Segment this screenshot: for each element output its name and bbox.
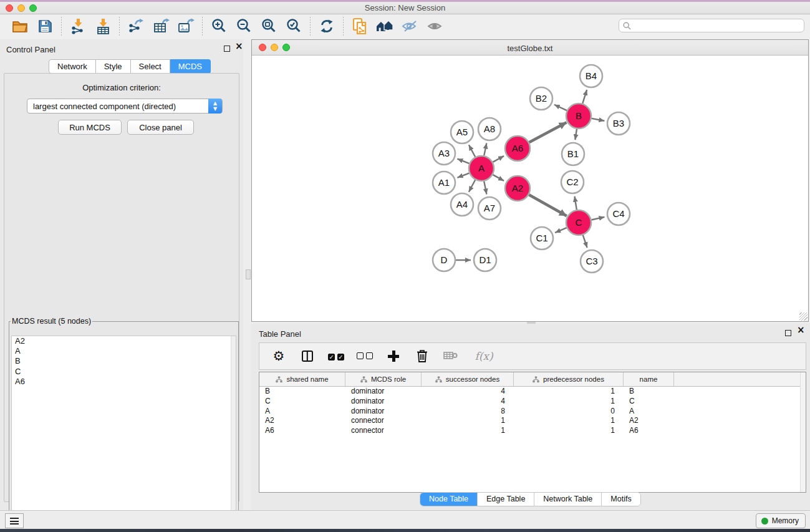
run-mcds-button[interactable]: Run MCDS <box>58 120 122 135</box>
mcds-result-item[interactable]: A6 <box>12 377 236 387</box>
graph-edge-C-C1[interactable] <box>555 228 566 233</box>
graph-edge-A2-C[interactable] <box>529 195 567 216</box>
graph-node-A3[interactable]: A3 <box>433 142 455 165</box>
tab-network[interactable]: Network <box>49 59 96 74</box>
graph-node-B1[interactable]: B1 <box>562 143 584 165</box>
graph-edge-C-C4[interactable] <box>592 217 605 220</box>
column-header-predecessor-nodes[interactable]: predecessor nodes <box>514 372 624 386</box>
graph-node-C1[interactable]: C1 <box>531 227 553 249</box>
table-cell[interactable]: dominator <box>345 387 422 397</box>
table-row[interactable]: Adominator80A <box>259 407 806 417</box>
import-table-button[interactable] <box>90 16 115 37</box>
table-row[interactable]: A6connector11A6 <box>259 426 806 436</box>
graph-edge-A-A5[interactable] <box>469 145 475 157</box>
window-resize-grip[interactable] <box>799 312 808 321</box>
search-input[interactable] <box>634 20 800 31</box>
table-cell[interactable]: 4 <box>422 387 514 397</box>
select-all-button[interactable]: ✓ ✓ <box>327 347 345 365</box>
splitter-handle[interactable] <box>246 269 251 279</box>
save-session-button[interactable] <box>32 16 57 37</box>
graph-node-B2[interactable]: B2 <box>530 87 552 110</box>
close-panel-button[interactable]: Close panel <box>127 120 194 135</box>
table-cell[interactable]: A <box>624 407 674 417</box>
graph-node-A2[interactable]: A2 <box>505 176 530 201</box>
table-row[interactable]: Bdominator41B <box>259 387 806 397</box>
settings-gear-button[interactable]: ⚙ <box>269 347 288 365</box>
table-row[interactable]: A2connector11A2 <box>259 416 806 426</box>
table-cell[interactable]: C <box>624 397 674 407</box>
criterion-dropdown[interactable]: largest connected component (directed) ▲… <box>27 99 223 114</box>
table-cell[interactable]: A6 <box>259 426 345 436</box>
graph-node-C[interactable]: C <box>566 210 591 235</box>
toggle-columns-button[interactable] <box>298 347 317 365</box>
unselect-all-button[interactable] <box>355 347 374 365</box>
table-cell[interactable]: connector <box>345 416 422 426</box>
tab-edge-table[interactable]: Edge Table <box>478 493 534 506</box>
show-graphics-details-button[interactable] <box>422 16 447 37</box>
table-cell[interactable]: B <box>259 387 345 397</box>
zoom-out-button[interactable] <box>231 16 256 37</box>
table-cell[interactable]: 1 <box>422 416 514 426</box>
mcds-result-item[interactable]: A2 <box>12 336 236 346</box>
network-window-titlebar[interactable]: testGlobe.txt <box>252 40 808 56</box>
graph-edge-A-A7[interactable] <box>484 181 486 195</box>
graph-node-A6[interactable]: A6 <box>505 136 530 161</box>
network-canvas[interactable]: B4B2BB3A5A8A6A3B1AA1C2A2A4A7C4CC1DD1C3 <box>252 56 808 321</box>
task-history-button[interactable] <box>5 513 24 528</box>
graph-edge-A-A3[interactable] <box>457 159 469 164</box>
column-header-mcds-role[interactable]: MCDS role <box>345 372 422 386</box>
graph-edge-C-C2[interactable] <box>574 196 576 210</box>
column-header-name[interactable]: name <box>624 372 674 386</box>
graph-node-A[interactable]: A <box>469 156 494 181</box>
graph-edge-B-B2[interactable] <box>554 105 567 110</box>
graph-node-B4[interactable]: B4 <box>580 65 602 87</box>
graph-node-C4[interactable]: C4 <box>607 203 630 225</box>
graph-edge-B-B4[interactable] <box>582 90 587 104</box>
table-cell[interactable]: A2 <box>624 416 674 426</box>
graph-node-A7[interactable]: A7 <box>478 197 501 220</box>
graph-edge-A6-B[interactable] <box>529 122 567 142</box>
delete-table-button[interactable] <box>441 347 460 365</box>
table-cell[interactable]: A6 <box>624 426 674 436</box>
graph-node-C3[interactable]: C3 <box>581 250 603 273</box>
function-builder-button[interactable]: f(x) <box>470 347 498 365</box>
graph-node-A8[interactable]: A8 <box>478 118 501 140</box>
graph-edge-B-B1[interactable] <box>575 129 577 140</box>
zoom-in-button[interactable] <box>206 16 231 37</box>
tab-mcds[interactable]: MCDS <box>170 59 211 74</box>
table-cell[interactable]: B <box>624 387 674 397</box>
graph-edge-A-A8[interactable] <box>484 143 486 156</box>
column-header-successor-nodes[interactable]: successor nodes <box>422 372 514 386</box>
table-cell[interactable]: 4 <box>422 397 514 407</box>
table-cell[interactable]: C <box>259 397 345 407</box>
table-cell[interactable]: A2 <box>259 416 345 426</box>
table-cell[interactable]: 1 <box>514 426 624 436</box>
table-cell[interactable]: connector <box>345 426 422 436</box>
graph-node-B[interactable]: B <box>566 104 591 128</box>
table-cell[interactable]: dominator <box>345 397 422 407</box>
table-cell[interactable]: dominator <box>345 407 422 417</box>
graph-edge-A-A6[interactable] <box>493 156 504 162</box>
graph-node-A4[interactable]: A4 <box>451 193 473 216</box>
float-table-panel-icon[interactable] <box>785 330 791 337</box>
graph-node-B3[interactable]: B3 <box>607 112 630 135</box>
table-row[interactable]: Cdominator41C <box>259 397 806 407</box>
delete-row-button[interactable] <box>413 347 432 365</box>
apply-layout-button[interactable] <box>314 16 339 37</box>
import-network-button[interactable] <box>65 16 90 37</box>
graph-node-D[interactable]: D <box>433 249 455 271</box>
hide-annotations-button[interactable] <box>397 16 422 37</box>
graph-node-C2[interactable]: C2 <box>561 171 584 193</box>
table-cell[interactable]: A <box>259 407 345 417</box>
result-scrollbar[interactable] <box>231 336 236 530</box>
mcds-result-list[interactable]: A2ABCA6 <box>11 336 236 530</box>
float-panel-icon[interactable] <box>224 46 230 52</box>
graph-edge-A-A4[interactable] <box>469 180 475 192</box>
graph-node-D1[interactable]: D1 <box>474 249 496 271</box>
node-table[interactable]: shared name MCDS role successor nodes pr… <box>259 372 806 493</box>
table-cell[interactable]: 1 <box>514 397 624 407</box>
table-cell[interactable]: 0 <box>514 407 624 417</box>
memory-button[interactable]: Memory <box>756 513 806 528</box>
graph-edge-C-C3[interactable] <box>583 235 587 248</box>
tab-network-table[interactable]: Network Table <box>534 493 602 506</box>
